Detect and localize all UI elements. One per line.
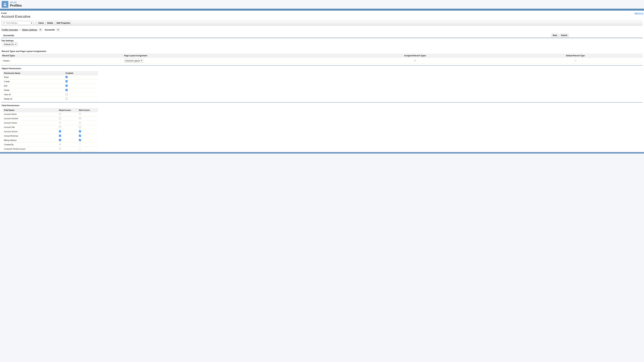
edit-checkbox[interactable]	[79, 135, 81, 137]
field-name: Customer Portal Account	[3, 147, 58, 151]
breadcrumb-object-settings[interactable]: Object Settings	[22, 28, 37, 31]
perm-checkbox[interactable]	[66, 93, 68, 95]
cancel-button[interactable]: Cancel	[560, 33, 569, 37]
perm-name: Read	[3, 75, 65, 79]
table-row: Create	[3, 79, 98, 84]
toolbar: Clone Delete Edit Properties	[1, 20, 643, 26]
record-types-table: Record Types Page Layout Assignment Assi…	[1, 54, 643, 64]
col-read: Read Access	[58, 108, 78, 112]
table-row: Account Name	[3, 112, 98, 116]
table-row: Modify All	[3, 97, 98, 101]
edit-properties-button[interactable]: Edit Properties	[55, 21, 72, 25]
table-row: --Master-- Account Layout	[1, 58, 643, 64]
perm-name: Create	[3, 79, 65, 84]
field-permissions-table: Field Name Read Access Edit Access Accou…	[3, 108, 98, 151]
perm-name: View All	[3, 92, 65, 97]
edit-checkbox	[79, 122, 81, 124]
profile-name: Account Executive	[1, 14, 30, 19]
tab-settings-select[interactable]: Default OnDefault OffHidden	[3, 42, 18, 46]
col-field-name: Field Name	[3, 108, 58, 112]
read-checkbox	[59, 113, 61, 115]
svg-line-2	[4, 23, 5, 24]
col-assigned: Assigned Record Types	[322, 54, 508, 58]
table-row: Edit	[3, 84, 98, 88]
svg-point-0	[4, 3, 6, 4]
read-checkbox[interactable]	[59, 139, 61, 141]
perm-checkbox[interactable]	[66, 89, 68, 91]
delete-button[interactable]: Delete	[46, 21, 54, 25]
field-name: Annual Revenue	[3, 134, 58, 138]
rt-master: --Master--	[1, 58, 123, 64]
perm-name: Edit	[3, 84, 65, 88]
table-row: Read	[3, 75, 98, 79]
search-input[interactable]	[2, 21, 34, 25]
accounts-dropdown[interactable]	[56, 28, 60, 31]
object-settings-dropdown[interactable]	[39, 28, 42, 31]
clear-icon[interactable]	[30, 22, 33, 24]
tab-settings-label: Tab Settings	[1, 39, 643, 42]
section-title: Accounts	[3, 34, 14, 37]
field-name: Account Number	[3, 116, 58, 121]
object-permissions-table: Permission Name Enabled ReadCreateEditDe…	[3, 71, 98, 101]
read-checkbox[interactable]	[59, 126, 61, 128]
table-row: Annual Revenue	[3, 134, 98, 138]
field-name: Created By	[3, 143, 58, 147]
read-checkbox	[59, 143, 61, 145]
breadcrumb-overview[interactable]: Profile Overview	[2, 28, 18, 31]
table-row: Customer Portal Account	[3, 147, 98, 151]
field-name: Account Source	[3, 129, 58, 134]
field-name: Billing Address	[3, 138, 58, 143]
bottom-bar	[0, 152, 644, 153]
clone-button[interactable]: Clone	[37, 21, 45, 25]
read-checkbox[interactable]	[59, 130, 61, 132]
record-types-title: Record Types and Page Layout Assignments	[1, 49, 643, 53]
edit-checkbox	[79, 148, 81, 150]
default-radio	[574, 59, 576, 62]
header-overline: SETUP	[10, 1, 22, 4]
edit-checkbox[interactable]	[79, 126, 81, 128]
edit-checkbox	[79, 113, 81, 115]
table-row: Account Source	[3, 129, 98, 134]
app-header: SETUP Profiles	[0, 0, 644, 9]
breadcrumb: Profile Overview > Object Settings Accou…	[1, 26, 643, 33]
col-default: Default Record Type	[508, 54, 643, 58]
table-row: Delete	[3, 88, 98, 92]
perm-checkbox[interactable]	[66, 76, 68, 78]
table-row: View All	[3, 92, 98, 97]
read-checkbox[interactable]	[59, 117, 61, 119]
perm-name: Delete	[3, 88, 65, 92]
col-record-types: Record Types	[1, 54, 123, 58]
header-title: Profiles	[10, 4, 22, 7]
profiles-icon	[2, 1, 8, 8]
perm-checkbox[interactable]	[66, 85, 68, 87]
field-name: Account Site	[3, 125, 58, 129]
perm-checkbox[interactable]	[66, 80, 68, 82]
col-layout: Page Layout Assignment	[123, 54, 322, 58]
object-permissions-title: Object Permissions	[1, 67, 643, 71]
field-name: Account Owner	[3, 121, 58, 125]
table-row: Account Number	[3, 116, 98, 121]
table-row: Account Owner	[3, 121, 98, 125]
col-perm-name: Permission Name	[3, 71, 65, 75]
field-permissions-title: Field Permissions	[1, 104, 643, 108]
perm-checkbox[interactable]	[66, 98, 68, 100]
read-checkbox	[59, 148, 61, 150]
breadcrumb-current: Accounts	[44, 28, 55, 31]
field-name: Account Name	[3, 112, 58, 116]
table-row: Created By	[3, 143, 98, 147]
edit-checkbox[interactable]	[79, 139, 81, 141]
table-row: Billing Address	[3, 138, 98, 143]
read-checkbox[interactable]	[59, 135, 61, 137]
profile-label: Profile	[1, 12, 30, 14]
col-enabled: Enabled	[64, 71, 98, 75]
help-link[interactable]: Help for th	[634, 12, 643, 14]
layout-select[interactable]: Account Layout	[124, 59, 143, 63]
table-row: Account Site	[3, 125, 98, 129]
col-edit: Edit Access	[78, 108, 98, 112]
save-button[interactable]: Save	[551, 33, 559, 37]
edit-checkbox	[79, 143, 81, 145]
edit-checkbox[interactable]	[79, 130, 81, 132]
assigned-checkbox	[414, 59, 416, 62]
edit-checkbox[interactable]	[79, 117, 81, 119]
decorative-bar	[0, 9, 644, 11]
